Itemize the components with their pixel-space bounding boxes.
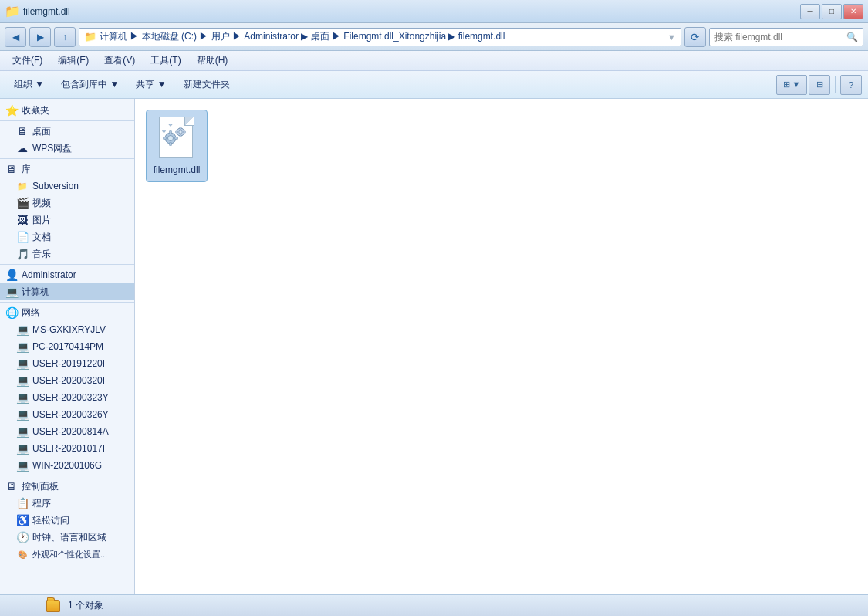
help-button[interactable]: ? [840, 75, 862, 95]
maximize-button[interactable]: □ [822, 4, 842, 19]
net-label-5: USER-20200326Y [32, 409, 109, 420]
sidebar-item-video[interactable]: 🎬 视频 [0, 195, 134, 212]
net-label-1: PC-20170414PM [32, 341, 103, 352]
address-bar: ◀ ▶ ↑ 📁 计算机 ▶ 本地磁盘 (C:) ▶ 用户 ▶ Administr… [0, 23, 868, 51]
toolbar: 组织 ▼ 包含到库中 ▼ 共享 ▼ 新建文件夹 ⊞ ▼ ⊟ ? [0, 71, 868, 99]
net-label-3: USER-20200320I [32, 375, 105, 386]
refresh-button[interactable]: ⟳ [684, 27, 706, 47]
new-folder-button[interactable]: 新建文件夹 [176, 74, 238, 96]
preview-pane-button[interactable]: ⊟ [809, 75, 830, 95]
star-icon: ⭐ [5, 103, 19, 117]
svg-rect-3 [170, 143, 172, 146]
svg-rect-5 [175, 137, 178, 140]
svg-rect-10 [180, 127, 181, 130]
network-icon: 🌐 [5, 306, 19, 320]
back-button[interactable]: ◀ [5, 27, 26, 47]
accessibility-icon: ♿ [15, 513, 29, 527]
accessibility-label: 轻松访问 [32, 514, 69, 527]
menu-tools[interactable]: 工具(T) [144, 52, 187, 69]
net-label-2: USER-20191220I [32, 358, 105, 369]
search-input[interactable] [714, 32, 843, 42]
net-pc-icon-7: 💻 [15, 442, 29, 455]
svg-rect-4 [164, 137, 167, 140]
appearance-icon: 🎨 [15, 547, 29, 561]
organize-button[interactable]: 组织 ▼ [6, 74, 52, 96]
minimize-button[interactable]: ─ [800, 4, 820, 19]
sidebar-item-net-4[interactable]: 💻 USER-20200323Y [0, 389, 134, 406]
subversion-label: Subversion [32, 181, 79, 191]
sidebar-item-desktop[interactable]: 🖥 桌面 [0, 123, 134, 140]
net-pc-icon-1: 💻 [15, 340, 29, 354]
sidebar-item-appearance[interactable]: 🎨 外观和个性化设置... [0, 546, 134, 563]
sidebar-item-music[interactable]: 🎵 音乐 [0, 245, 134, 262]
net-label-7: USER-20201017I [32, 443, 105, 454]
include-library-button[interactable]: 包含到库中 ▼ [53, 74, 127, 96]
subversion-icon: 📁 [15, 179, 29, 193]
menu-view[interactable]: 查看(V) [98, 52, 141, 69]
sidebar-item-administrator[interactable]: 👤 Administrator [0, 266, 134, 283]
title-bar-title: filemgmt.dll [23, 6, 70, 17]
sidebar-item-net-0[interactable]: 💻 MS-GXKIXRYJLV [0, 321, 134, 338]
svg-rect-6 [169, 124, 172, 126]
net-label-4: USER-20200323Y [32, 392, 109, 403]
user-icon: 👤 [5, 268, 19, 282]
sidebar-item-net-2[interactable]: 💻 USER-20191220I [0, 355, 134, 372]
sidebar-item-favorites[interactable]: ⭐ 收藏夹 [0, 102, 134, 119]
sidebar-item-network[interactable]: 🌐 网络 [0, 304, 134, 321]
title-bar: 📁 filemgmt.dll ─ □ ✕ [0, 0, 868, 23]
close-button[interactable]: ✕ [843, 4, 863, 19]
up-button[interactable]: ↑ [54, 27, 76, 47]
sidebar-item-subversion[interactable]: 📁 Subversion [0, 178, 134, 195]
music-label: 音乐 [32, 248, 51, 261]
sidebar-item-net-6[interactable]: 💻 USER-20200814A [0, 423, 134, 440]
picture-label: 图片 [32, 214, 51, 227]
sidebar: ⭐ 收藏夹 🖥 桌面 ☁ WPS网盘 🖥 库 📁 Subversion [0, 99, 135, 594]
menu-edit[interactable]: 编辑(E) [52, 52, 95, 69]
clock-icon: 🕐 [15, 530, 29, 544]
net-pc-icon-0: 💻 [15, 323, 29, 337]
programs-icon: 📋 [15, 496, 29, 510]
file-content-area: filemgmt.dll [135, 99, 868, 594]
appearance-label: 外观和个性化设置... [32, 549, 107, 560]
sidebar-item-control-panel[interactable]: 🖥 控制面板 [0, 478, 134, 495]
net-pc-icon-4: 💻 [15, 391, 29, 404]
network-label: 网络 [22, 306, 40, 320]
sidebar-item-net-1[interactable]: 💻 PC-20170414PM [0, 338, 134, 355]
search-icon: 🔍 [846, 32, 858, 42]
sidebar-item-net-7[interactable]: 💻 USER-20201017I [0, 440, 134, 457]
sidebar-item-accessibility[interactable]: ♿ 轻松访问 [0, 512, 134, 529]
sidebar-item-net-5[interactable]: 💻 USER-20200326Y [0, 406, 134, 423]
datetime-label: 时钟、语言和区域 [32, 531, 106, 544]
programs-label: 程序 [32, 497, 51, 510]
net-label-6: USER-20200814A [32, 426, 109, 437]
sidebar-item-datetime[interactable]: 🕐 时钟、语言和区域 [0, 529, 134, 546]
sidebar-item-programs[interactable]: 📋 程序 [0, 495, 134, 512]
svg-rect-11 [180, 135, 181, 137]
menu-file[interactable]: 文件(F) [6, 52, 49, 69]
sidebar-item-computer[interactable]: 💻 计算机 [0, 283, 134, 300]
admin-label: Administrator [22, 269, 76, 280]
sidebar-item-pictures[interactable]: 🖼 图片 [0, 212, 134, 228]
menu-help[interactable]: 帮助(H) [191, 52, 235, 69]
sidebar-item-wps[interactable]: ☁ WPS网盘 [0, 140, 134, 157]
menu-bar: 文件(F) 编辑(E) 查看(V) 工具(T) 帮助(H) [0, 51, 868, 71]
wps-icon: ☁ [15, 141, 29, 155]
net-pc-icon-3: 💻 [15, 374, 29, 388]
dll-file-icon [157, 115, 197, 161]
main-area: ⭐ 收藏夹 🖥 桌面 ☁ WPS网盘 🖥 库 📁 Subversion [0, 99, 868, 594]
file-name-label: filemgmt.dll [154, 164, 201, 177]
sidebar-item-library[interactable]: 🖥 库 [0, 161, 134, 178]
doc-label: 文档 [32, 231, 51, 244]
share-button[interactable]: 共享 ▼ [128, 74, 174, 96]
view-button[interactable]: ⊞ ▼ [776, 75, 807, 95]
sidebar-item-documents[interactable]: 📄 文档 [0, 228, 134, 245]
forward-button[interactable]: ▶ [29, 27, 51, 47]
breadcrumb[interactable]: 📁 计算机 ▶ 本地磁盘 (C:) ▶ 用户 ▶ Administrator ▶… [79, 28, 681, 46]
desktop-label: 桌面 [32, 125, 51, 138]
file-item-dll[interactable]: filemgmt.dll [146, 110, 208, 182]
control-panel-icon: 🖥 [5, 479, 19, 493]
wps-label: WPS网盘 [32, 142, 72, 155]
computer-icon: 💻 [5, 285, 19, 299]
sidebar-item-net-3[interactable]: 💻 USER-20200320I [0, 372, 134, 389]
sidebar-item-net-8[interactable]: 💻 WIN-20200106G [0, 457, 134, 474]
